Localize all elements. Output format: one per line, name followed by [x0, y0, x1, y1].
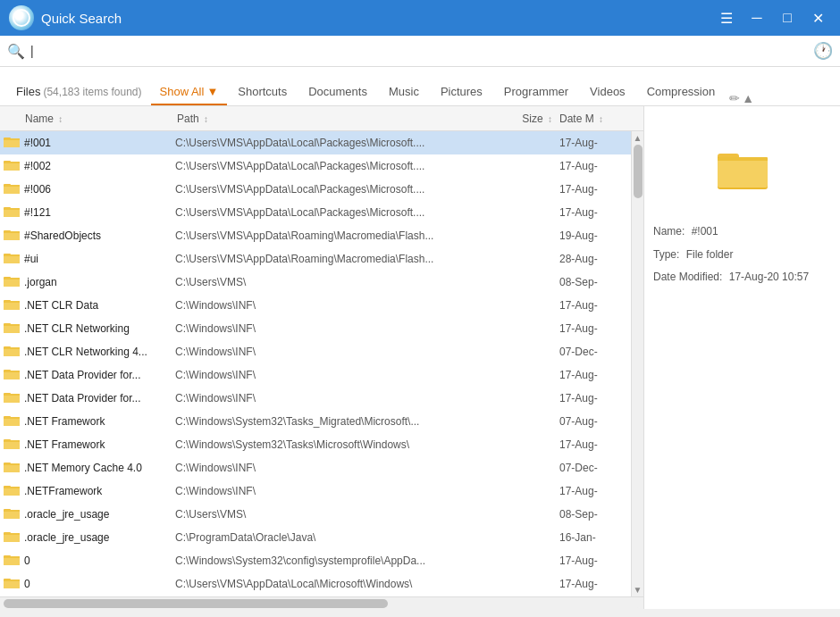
file-date: 17-Aug- [556, 137, 627, 149]
vertical-scrollbar[interactable]: ▲ ▼ [631, 131, 643, 596]
tab-videos[interactable]: Videos [579, 79, 636, 105]
file-date: 17-Aug- [556, 369, 627, 381]
edit-tabs-icon[interactable]: ✏ [729, 91, 740, 105]
svg-rect-13 [4, 185, 20, 187]
horizontal-scrollbar[interactable] [0, 596, 643, 609]
folder-icon [4, 436, 24, 454]
folder-icon [4, 157, 24, 176]
file-path: C:\Users\VMS\ [172, 276, 484, 288]
table-row[interactable]: #SharedObjectsC:\Users\VMS\AppData\Roami… [0, 224, 631, 247]
history-icon[interactable]: 🕐 [813, 41, 833, 61]
scroll-thumb[interactable] [634, 145, 643, 198]
svg-rect-77 [4, 556, 20, 558]
tab-shortcuts[interactable]: Shortcuts [227, 79, 298, 105]
tab-compression[interactable]: Compression [636, 79, 727, 105]
col-header-date[interactable]: Date M ↕ [556, 113, 627, 125]
column-headers: Name ↕ Path ↕ Size ↕ Date M ↕ [0, 106, 643, 131]
folder-icon [4, 389, 24, 408]
hscroll-thumb[interactable] [4, 599, 388, 608]
table-row[interactable]: .NET CLR NetworkingC:\Windows\INF\17-Aug… [0, 317, 631, 340]
scroll-up-arrow[interactable]: ▲ [634, 133, 643, 143]
menu-button[interactable]: ☰ [713, 5, 740, 30]
folder-icon [4, 180, 24, 199]
svg-rect-21 [4, 231, 20, 233]
svg-rect-81 [4, 579, 20, 581]
file-name: #!002 [24, 160, 172, 172]
table-row[interactable]: .oracle_jre_usageC:\ProgramData\Oracle\J… [0, 526, 631, 549]
file-name: .NET Memory Cache 4.0 [24, 462, 172, 474]
folder-icon [4, 575, 24, 594]
file-path: C:\Windows\INF\ [172, 392, 484, 404]
table-row[interactable]: 0C:\Users\VMS\AppData\Local\Microsoft\Wi… [0, 572, 631, 596]
close-button[interactable]: ✕ [804, 5, 831, 30]
svg-point-0 [13, 10, 29, 26]
tab-documents[interactable]: Documents [298, 79, 378, 105]
table-row[interactable]: #!121C:\Users\VMS\AppData\Local\Packages… [0, 201, 631, 224]
table-row[interactable]: 0C:\Windows\System32\config\systemprofil… [0, 549, 631, 572]
table-row[interactable]: .NET Memory Cache 4.0C:\Windows\INF\07-D… [0, 456, 631, 479]
minimize-button[interactable]: ─ [743, 5, 770, 30]
maximize-button[interactable]: □ [774, 5, 801, 30]
file-name: .NET Data Provider for... [24, 369, 172, 381]
table-row[interactable]: #!001C:\Users\VMS\AppData\Local\Packages… [0, 131, 631, 154]
file-date: 07-Dec- [556, 462, 627, 474]
folder-icon [4, 343, 24, 362]
file-name: #!006 [24, 183, 172, 196]
file-path: C:\Users\VMS\AppData\Local\Microsoft\Win… [172, 578, 484, 590]
file-date: 17-Aug- [556, 160, 627, 172]
table-row[interactable]: .NET FrameworkC:\Windows\System32\Tasks_… [0, 410, 631, 433]
file-name: .oracle_jre_usage [24, 531, 172, 544]
expand-tabs-icon[interactable]: ▲ [742, 91, 754, 105]
file-path: C:\Users\VMS\AppData\Local\Packages\Micr… [172, 137, 484, 149]
file-rows[interactable]: #!001C:\Users\VMS\AppData\Local\Packages… [0, 131, 631, 596]
titlebar: Quick Search ☰ ─ □ ✕ [0, 0, 840, 36]
table-row[interactable]: #uiC:\Users\VMS\AppData\Roaming\Macromed… [0, 247, 631, 271]
table-row[interactable]: .NET Data Provider for...C:\Windows\INF\… [0, 387, 631, 410]
scroll-down-arrow[interactable]: ▼ [634, 585, 643, 595]
svg-rect-25 [4, 254, 20, 256]
table-row[interactable]: #!006C:\Users\VMS\AppData\Local\Packages… [0, 178, 631, 201]
tab-pictures[interactable]: Pictures [430, 79, 493, 105]
table-row[interactable]: .NET FrameworkC:\Windows\System32\Tasks\… [0, 433, 631, 456]
svg-rect-69 [4, 510, 20, 512]
tab-music[interactable]: Music [378, 79, 430, 105]
table-row[interactable]: .jorganC:\Users\VMS\08-Sep- [0, 271, 631, 294]
file-date: 17-Aug- [556, 438, 627, 451]
tab-show-all[interactable]: Show All ▼ [151, 79, 228, 105]
file-name: 0 [24, 554, 172, 567]
file-date: 07-Dec- [556, 346, 627, 358]
table-row[interactable]: .NETFrameworkC:\Windows\INF\17-Aug- [0, 479, 631, 503]
window-controls: ☰ ─ □ ✕ [713, 5, 831, 30]
table-row[interactable]: .NET Data Provider for...C:\Windows\INF\… [0, 363, 631, 387]
file-name: .oracle_jre_usage [24, 508, 172, 521]
tab-files[interactable]: Files (54,183 items found) [7, 79, 151, 105]
file-date: 28-Aug- [556, 253, 627, 265]
table-row[interactable]: .oracle_jre_usageC:\Users\VMS\08-Sep- [0, 503, 631, 526]
file-path: C:\Windows\INF\ [172, 369, 484, 381]
file-path: C:\Windows\System32\Tasks\Microsoft\Wind… [172, 438, 484, 451]
table-row[interactable]: .NET CLR DataC:\Windows\INF\17-Aug- [0, 294, 631, 317]
file-path: C:\Users\VMS\AppData\Local\Packages\Micr… [172, 206, 484, 219]
file-name: .NET Framework [24, 438, 172, 451]
svg-rect-73 [4, 533, 20, 535]
svg-rect-45 [4, 371, 20, 372]
table-row[interactable]: .NET CLR Networking 4...C:\Windows\INF\0… [0, 340, 631, 363]
file-date: 17-Aug- [556, 485, 627, 497]
tab-programmer[interactable]: Programmer [493, 79, 579, 105]
svg-point-1 [16, 13, 21, 18]
table-row[interactable]: #!002C:\Users\VMS\AppData\Local\Packages… [0, 154, 631, 178]
folder-icon [4, 413, 24, 431]
col-header-path[interactable]: Path ↕ [173, 113, 484, 125]
col-header-name[interactable]: Name ↕ [4, 113, 173, 125]
svg-rect-65 [4, 487, 20, 488]
search-input[interactable] [30, 44, 808, 58]
file-path: C:\Windows\INF\ [172, 462, 484, 474]
file-name: .NET CLR Networking 4... [24, 346, 172, 358]
folder-icon [4, 134, 24, 153]
folder-icon [4, 227, 24, 246]
file-name: #ui [24, 253, 172, 265]
svg-rect-5 [4, 138, 20, 140]
svg-rect-17 [4, 208, 20, 210]
hscroll-track[interactable] [2, 599, 642, 608]
col-header-size[interactable]: Size ↕ [484, 113, 556, 125]
